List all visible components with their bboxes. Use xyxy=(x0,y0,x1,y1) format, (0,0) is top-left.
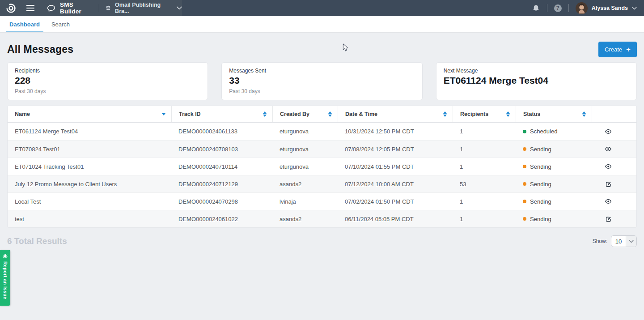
stat-cards: Recipients 228 Past 30 days Messages Sen… xyxy=(7,62,637,100)
navbar-divider xyxy=(547,4,547,12)
cell-status: Sending xyxy=(516,163,592,170)
cell-name: ET071024 Tracking Test01 xyxy=(8,163,171,170)
stat-value: 33 xyxy=(229,75,415,86)
brand-label: Omail Publishing Bra... xyxy=(115,2,169,14)
column-label: Status xyxy=(523,111,540,117)
cell-date-time: 07/08/2024 12:05 PM CDT xyxy=(338,146,453,153)
sort-icon xyxy=(443,111,447,117)
section-tabbar: Dashboard Search xyxy=(0,16,644,33)
cell-name: ET061124 Merge Test04 xyxy=(8,128,171,135)
status-dot xyxy=(523,165,526,168)
view-message-button[interactable] xyxy=(605,128,612,135)
table-body: ET061124 Merge Test04 DEMO0000024061133 … xyxy=(8,123,636,227)
help-icon[interactable]: ? xyxy=(554,4,562,12)
chevron-down-icon xyxy=(632,7,637,10)
page-size-value: 10 xyxy=(611,236,626,247)
column-header-name[interactable]: Name xyxy=(8,106,171,122)
status-dot xyxy=(523,217,526,221)
create-button[interactable]: Create + xyxy=(598,42,637,57)
cell-created-by: eturgunova xyxy=(272,128,338,135)
cell-status: Sending xyxy=(516,181,592,188)
edit-message-button[interactable] xyxy=(605,216,612,222)
column-header-date-time[interactable]: Date & Time xyxy=(338,106,453,122)
cell-date-time: 06/11/2024 05:05 PM CDT xyxy=(338,216,453,222)
tab-dashboard[interactable]: Dashboard xyxy=(4,16,46,32)
total-results: 6 Total Results xyxy=(7,236,67,246)
page-size-select[interactable]: 10 xyxy=(611,235,637,247)
cell-date-time: 07/10/2024 01:55 PM CDT xyxy=(338,163,453,170)
stat-label: Next Message xyxy=(444,68,629,74)
tab-search[interactable]: Search xyxy=(46,16,76,32)
bug-icon xyxy=(2,253,8,259)
top-navbar: SMS Builder Omail Publishing Bra... ? xyxy=(0,0,644,16)
cell-recipients: 1 xyxy=(453,163,516,170)
eye-icon xyxy=(605,198,612,205)
cell-recipients: 53 xyxy=(453,181,516,188)
user-menu[interactable]: Alyssa Sands xyxy=(576,2,637,14)
sort-icon xyxy=(506,111,510,117)
chevron-down-icon xyxy=(177,6,182,10)
status-label: Sending xyxy=(530,216,551,222)
column-header-created-by[interactable]: Created By xyxy=(272,106,338,122)
stat-label: Messages Sent xyxy=(229,68,415,74)
table-row[interactable]: ET061124 Merge Test04 DEMO0000024061133 … xyxy=(8,123,636,140)
tab-dashboard-label: Dashboard xyxy=(9,21,40,28)
user-avatar xyxy=(576,2,588,14)
table-row[interactable]: ET071024 Tracking Test01 DEMO00002407101… xyxy=(8,158,636,175)
cell-track-id: DEMO0000024061022 xyxy=(171,216,272,222)
view-message-button[interactable] xyxy=(605,198,612,205)
notifications-bell-icon[interactable] xyxy=(532,4,540,13)
table-row[interactable]: July 12 Promo Message to Client Users DE… xyxy=(8,175,636,192)
cell-track-id: DEMO0000240712129 xyxy=(171,181,272,188)
cell-status: Sending xyxy=(516,198,592,205)
database-icon xyxy=(105,4,111,12)
sort-icon xyxy=(328,111,332,117)
messages-table: Name Track ID Created By Date & Time Rec… xyxy=(7,106,637,228)
table-row[interactable]: test DEMO0000024061022 asands2 06/11/202… xyxy=(8,210,636,227)
active-tab-underline xyxy=(6,31,43,32)
show-label: Show: xyxy=(593,238,607,244)
navbar-divider xyxy=(99,4,99,12)
cell-created-by: eturgunova xyxy=(272,163,338,170)
column-header-actions xyxy=(592,106,636,122)
sort-icon xyxy=(263,111,267,117)
status-label: Sending xyxy=(530,198,551,205)
cell-status: Sending xyxy=(516,216,592,222)
cell-status: Sending xyxy=(516,146,592,153)
cell-created-by: asands2 xyxy=(272,216,338,222)
cell-track-id: DEMO0000240708103 xyxy=(171,146,272,153)
menu-hamburger-icon[interactable] xyxy=(26,5,34,11)
table-row[interactable]: ET070824 Test01 DEMO0000240708103 eturgu… xyxy=(8,140,636,158)
status-dot xyxy=(523,182,526,186)
cell-track-id: DEMO0000024061133 xyxy=(171,128,272,135)
view-message-button[interactable] xyxy=(605,145,612,153)
column-header-recipients[interactable]: Recipients xyxy=(453,106,516,122)
column-header-track-id[interactable]: Track ID xyxy=(171,106,272,122)
column-header-status[interactable]: Status xyxy=(516,106,592,122)
cell-name: test xyxy=(8,216,171,222)
cell-actions xyxy=(592,181,636,188)
cell-date-time: 07/02/2024 01:50 PM CDT xyxy=(338,198,453,205)
column-label: Date & Time xyxy=(345,111,377,117)
cell-created-by: lvinaja xyxy=(272,198,338,205)
brand-selector[interactable]: Omail Publishing Bra... xyxy=(105,2,182,14)
eye-icon xyxy=(605,145,612,153)
edit-icon xyxy=(605,181,612,188)
cell-recipients: 1 xyxy=(453,146,516,153)
column-label: Track ID xyxy=(179,111,201,117)
status-dot xyxy=(523,130,526,133)
table-header: Name Track ID Created By Date & Time Rec… xyxy=(8,106,636,123)
chevron-down-icon xyxy=(626,236,636,247)
omeda-logo-icon[interactable] xyxy=(6,3,16,13)
app-title: SMS Builder xyxy=(60,1,93,15)
edit-message-button[interactable] xyxy=(605,181,612,188)
cell-track-id: DEMO0000024070298 xyxy=(171,198,272,205)
table-row[interactable]: Local Test DEMO0000024070298 lvinaja 07/… xyxy=(8,192,636,210)
column-label: Name xyxy=(15,111,30,117)
stat-card-recipients: Recipients 228 Past 30 days xyxy=(7,62,208,100)
report-issue-label: Report an Issue xyxy=(3,261,8,299)
cell-name: July 12 Promo Message to Client Users xyxy=(8,181,171,188)
cell-created-by: eturgunova xyxy=(272,146,338,153)
report-issue-tab[interactable]: Report an Issue xyxy=(0,250,10,306)
view-message-button[interactable] xyxy=(605,163,612,170)
